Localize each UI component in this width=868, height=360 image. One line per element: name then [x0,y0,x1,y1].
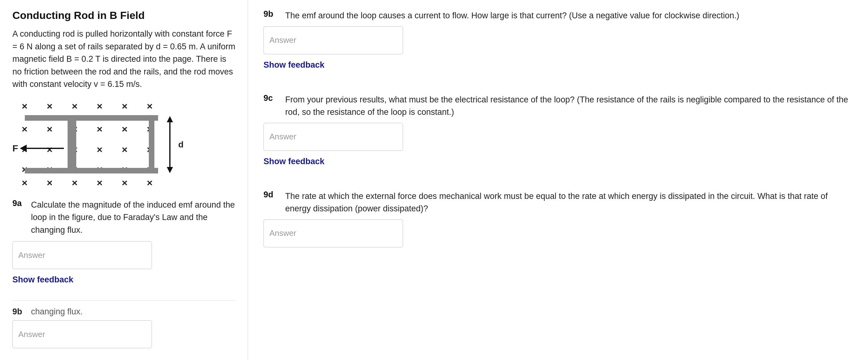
q9c-number: 9c [264,93,285,118]
force-arrow: F [12,143,64,154]
force-label: F [12,143,18,154]
problem-description: A conducting rod is pulled horizontally … [12,28,235,91]
question-9d: 9d The rate at which the external force … [264,190,852,247]
q9a-show-feedback[interactable]: Show feedback [12,275,73,284]
q9b-answer-box[interactable]: Answer [264,26,403,54]
q9b-row: 9b The emf around the loop causes a curr… [264,9,852,22]
d-dimension-arrow: d [167,116,173,173]
overlap-q-text: changing flux. [31,307,83,316]
x-mark: × [147,101,153,112]
question-9a: 9a Calculate the magnitude of the induce… [12,199,235,294]
d-label: d [178,140,184,149]
q9a-answer-box[interactable]: Answer [12,241,152,269]
overlap-answer-box[interactable]: Answer [12,320,152,348]
x-mark: × [122,144,128,156]
x-mark: × [47,101,53,112]
question-9b: 9b The emf around the loop causes a curr… [264,9,852,81]
x-mark: × [122,123,128,135]
x-mark: × [122,177,128,189]
x-mark: × [147,177,153,189]
x-mark: × [97,144,103,156]
q9c-answer-box[interactable]: Answer [264,123,403,151]
x-mark: × [72,101,78,112]
q9b-show-feedback[interactable]: Show feedback [264,60,324,70]
x-mark: × [122,101,128,112]
q9d-answer-box[interactable]: Answer [264,219,403,247]
q9c-row: 9c From your previous results, what must… [264,93,852,118]
conducting-rod [68,115,76,173]
x-mark: × [22,177,28,189]
x-mark: × [72,177,78,189]
separator [12,300,235,301]
physics-diagram: × × × × × × × × × × × × × × × × × × [12,98,174,191]
q9b-placeholder: Answer [269,35,297,45]
q9c-text: From your previous results, what must be… [285,93,852,118]
question-9c: 9c From your previous results, what must… [264,93,852,177]
page-title: Conducting Rod in B Field [12,9,235,21]
q9a-placeholder: Answer [18,250,45,260]
x-mark: × [22,123,28,135]
overlap-placeholder: Answer [18,330,45,339]
q9a-text: Calculate the magnitude of the induced e… [31,199,235,237]
q9d-number: 9d [264,190,285,215]
x-mark: × [97,123,103,135]
overlap-q-row: 9b changing flux. [12,307,235,316]
rail-bottom [25,168,158,173]
overlap-q-num: 9b [12,307,31,316]
right-panel: 9b The emf around the loop causes a curr… [248,0,868,360]
bottom-overlap-section: 9b changing flux. Answer [0,288,248,360]
x-mark: × [47,177,53,189]
q9d-row: 9d The rate at which the external force … [264,190,852,215]
q9a-number: 9a [12,199,31,237]
x-mark: × [47,123,53,135]
q9c-placeholder: Answer [269,132,297,141]
x-mark: × [97,177,103,189]
x-mark: × [22,101,28,112]
left-panel: Conducting Rod in B Field A conducting r… [0,0,248,360]
rail-top [25,115,158,121]
q9d-text: The rate at which the external force doe… [285,190,852,215]
q9b-number: 9b [264,9,285,22]
q9d-placeholder: Answer [269,228,297,238]
x-mark: × [97,101,103,112]
end-cap [149,115,154,173]
q9a-content: 9a Calculate the magnitude of the induce… [12,199,235,237]
q9b-text: The emf around the loop causes a current… [285,9,739,22]
q9c-show-feedback[interactable]: Show feedback [264,157,324,166]
